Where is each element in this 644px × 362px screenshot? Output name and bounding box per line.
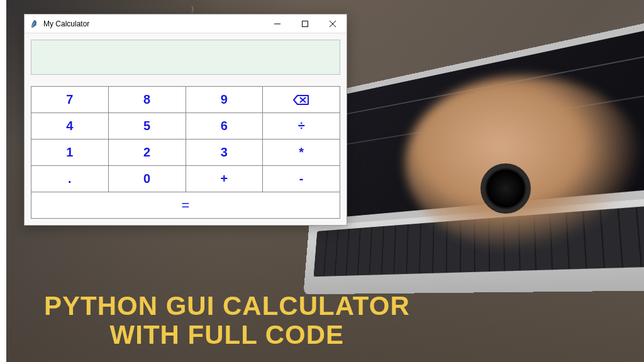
window-title: My Calculator — [43, 19, 264, 28]
digit-3-button[interactable]: 3 — [186, 140, 264, 166]
titlebar[interactable]: My Calculator — [25, 14, 347, 33]
digit-6-button[interactable]: 6 — [186, 113, 264, 140]
digit-4-button[interactable]: 4 — [31, 113, 109, 140]
hand-graphic — [405, 75, 644, 251]
window-controls — [264, 14, 347, 33]
digit-0-button[interactable]: 0 — [109, 166, 186, 192]
digit-9-button[interactable]: 9 — [186, 87, 264, 113]
minus-button[interactable]: - — [263, 166, 340, 192]
close-button[interactable] — [319, 14, 347, 33]
multiply-button[interactable]: * — [263, 140, 340, 166]
caption-line2: WITH FULL CODE — [44, 321, 410, 349]
digit-1-button[interactable]: 1 — [31, 140, 109, 166]
digit-5-button[interactable]: 5 — [109, 113, 186, 140]
digit-2-button[interactable]: 2 — [109, 140, 186, 166]
backspace-icon — [293, 94, 309, 106]
plus-button[interactable]: + — [186, 166, 264, 192]
calculator-window: My Calculator 7 8 9 — [24, 14, 347, 226]
divide-button[interactable]: ÷ — [263, 113, 340, 140]
svg-rect-1 — [303, 21, 308, 26]
minimize-button[interactable] — [264, 14, 291, 33]
calculator-display[interactable] — [31, 40, 340, 75]
left-margin — [0, 0, 6, 362]
watch-graphic — [480, 163, 531, 214]
button-grid: 7 8 9 4 5 6 ÷ 1 2 3 * . 0 + - = — [31, 86, 340, 219]
decimal-button[interactable]: . — [31, 166, 109, 192]
caption-line1: PYTHON GUI CALCULATOR — [44, 292, 410, 321]
caption: PYTHON GUI CALCULATOR WITH FULL CODE — [44, 292, 410, 349]
digit-7-button[interactable]: 7 — [31, 87, 109, 113]
window-body: 7 8 9 4 5 6 ÷ 1 2 3 * . 0 + - = — [25, 33, 347, 225]
tkinter-feather-icon — [30, 19, 40, 29]
backspace-button[interactable] — [263, 87, 340, 113]
equals-button[interactable]: = — [31, 192, 340, 219]
digit-8-button[interactable]: 8 — [109, 87, 186, 113]
maximize-button[interactable] — [291, 14, 319, 33]
